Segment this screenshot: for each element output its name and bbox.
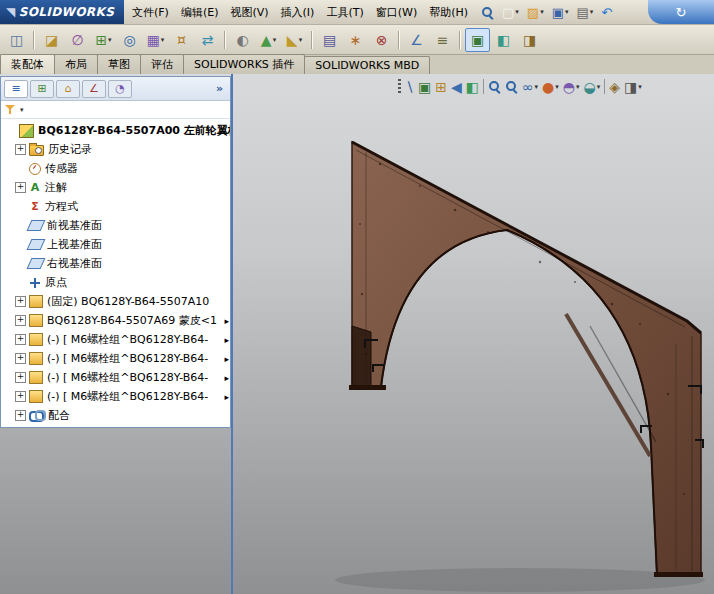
show-hidden-components-icon[interactable]: ◐ [230,28,255,52]
tree-item-history-folder[interactable]: +历史记录 [1,140,230,159]
show-hidden-components-icon-glyph: ◐ [236,32,248,48]
tree-item-component-m6-bolt-2[interactable]: +(-) [ M6螺栓组^BQ6128Y-B64-▸ [1,349,230,368]
propertymanager-tab[interactable]: ⊞ [30,80,54,98]
expand-plus-icon[interactable]: + [15,372,26,383]
tree-item-label: (-) [ M6螺栓组^BQ6128Y-B64- [47,389,208,404]
exploded-view-icon[interactable]: ∗ [343,28,368,52]
filter-funnel-icon[interactable] [5,105,16,115]
expand-plus-icon[interactable]: + [15,410,26,421]
insert-component-icon[interactable]: ⊞▾ [91,28,116,52]
previous-view-icon[interactable]: ◀ [451,80,462,94]
pan-icon[interactable] [505,80,518,93]
tree-item-component-5507a10[interactable]: +(固定) BQ6128Y-B64-5507A10 [1,292,230,311]
display-style-icon[interactable]: ◨▾ [624,80,642,94]
open-document-icon[interactable]: ▨▾ [524,4,547,21]
undo-icon[interactable]: ↶ [598,4,615,21]
menu-item-1[interactable]: 编辑(E) [175,2,225,23]
expand-plus-icon[interactable]: + [15,391,26,402]
dimxpertmanager-tab-glyph: ∠ [89,82,99,95]
zoom-to-fit-icon[interactable]: ▣ [465,28,490,52]
hide-show-items-icon[interactable]: ∞▾ [522,80,538,94]
move-component-icon[interactable]: ⇄ [195,28,220,52]
hud-drag-handle[interactable] [398,79,401,94]
expand-plus-icon[interactable]: + [15,182,26,193]
assembly-features-icon[interactable]: ▲▾ [256,28,281,52]
view-orientation-icon[interactable]: ◨ [517,28,542,52]
tree-item-front-plane[interactable]: 前视基准面 [1,216,230,235]
expand-plus-icon[interactable]: + [15,296,26,307]
display-style-icon-glyph: ◨ [624,80,637,94]
tree-item-origin[interactable]: 原点 [1,273,230,292]
interference-detection-icon-glyph: ⊗ [376,32,388,48]
menu-item-0[interactable]: 文件(F) [126,2,175,23]
expand-plus-icon[interactable]: + [15,144,26,155]
tree-item-assembly-root[interactable]: BQ6128Y-B64-5507A00 左前轮翼板 [1,121,230,140]
edit-component-icon[interactable]: ◪ [39,28,64,52]
tree-item-annotations-folder[interactable]: +A注解 [1,178,230,197]
zoom-fit-icon[interactable]: ▣ [418,80,431,94]
tree-item-label: BQ6128Y-B64-5507A00 左前轮翼板 [38,123,230,138]
tree-item-equations[interactable]: Σ方程式 [1,197,230,216]
chevron-right-icon[interactable]: » [212,82,227,95]
section-view-icon[interactable]: ◧ [491,28,516,52]
tree-item-component-m6-bolt-4[interactable]: +(-) [ M6螺栓组^BQ6128Y-B64-▸ [1,387,230,406]
display-pane-toggle-icon[interactable]: ◫ [4,28,29,52]
tree-item-sensors-folder[interactable]: 传感器 [1,159,230,178]
menu-item-2[interactable]: 视图(V) [224,2,274,23]
tab-4[interactable]: SOLIDWORKS 插件 [183,54,305,75]
menu-item-5[interactable]: 窗口(W) [370,2,423,23]
menu-item-6[interactable]: 帮助(H) [423,2,474,23]
tree-item-component-m6-bolt-3[interactable]: +(-) [ M6螺栓组^BQ6128Y-B64-▸ [1,368,230,387]
print-icon-glyph: ▤ [576,6,588,19]
save-icon-glyph: ▣ [552,6,564,19]
no-external-references-icon[interactable]: ∅ [65,28,90,52]
tree-item-component-skin-5507a69[interactable]: +BQ6128Y-B64-5507A69 蒙皮<1▸ [1,311,230,330]
view-settings-icon[interactable]: ◒▾ [584,80,601,94]
tab-0[interactable]: 装配体 [0,54,55,75]
panel-splitter[interactable] [231,74,233,594]
smart-fasteners-icon[interactable]: ¤ [169,28,194,52]
displaymanager-tab[interactable]: ◔ [108,80,132,98]
measure-icon[interactable]: ∠ [404,28,429,52]
tree-item-top-plane[interactable]: 上视基准面 [1,235,230,254]
new-document-icon[interactable]: ▢▾ [499,4,522,21]
tree-item-label: 传感器 [45,161,78,176]
dimxpertmanager-tab[interactable]: ∠ [82,80,106,98]
print-icon[interactable]: ▤▾ [573,4,596,21]
tree-item-right-plane[interactable]: 右视基准面 [1,254,230,273]
section-view-icon[interactable]: ◧ [466,80,479,94]
bill-of-materials-icon[interactable]: ▤ [317,28,342,52]
zoom-area-icon[interactable]: ⊞ [435,80,447,94]
tree-item-mates-folder[interactable]: +配合 [1,406,230,425]
search-icon[interactable] [478,4,497,21]
expand-plus-icon[interactable]: + [15,334,26,345]
tab-3[interactable]: 评估 [140,54,184,75]
tree-item-label: 配合 [48,408,70,423]
zoom-in-icon[interactable] [488,80,501,93]
interference-detection-icon[interactable]: ⊗ [369,28,394,52]
mass-properties-icon[interactable]: ≡ [430,28,455,52]
mate-icon[interactable]: ◎ [117,28,142,52]
expand-plus-icon[interactable]: + [15,353,26,364]
sw-resources-icon[interactable]: ↻ [676,5,687,20]
configurationmanager-tab[interactable]: ⌂ [56,80,80,98]
apply-scene-icon[interactable]: ◓▾ [563,80,580,94]
linear-component-pattern-icon[interactable]: ▦▾ [143,28,168,52]
view-orientation-icon-glyph: ◨ [523,32,536,48]
tree-item-component-m6-bolt-1[interactable]: +(-) [ M6螺栓组^BQ6128Y-B64-▸ [1,330,230,349]
featuremanager-tab[interactable]: ≡ [4,80,28,98]
toolbar-separator [459,31,461,49]
tab-1[interactable]: 布局 [54,54,98,75]
tab-5[interactable]: SOLIDWORKS MBD [304,56,430,75]
menu-item-4[interactable]: 工具(T) [320,2,369,23]
sketch-line-icon[interactable]: ∖ [405,80,414,94]
caret-down-icon: ▾ [161,36,165,44]
save-icon[interactable]: ▣▾ [549,4,572,21]
expand-plus-icon[interactable]: + [15,315,26,326]
reference-geometry-icon[interactable]: ◣▾ [282,28,307,52]
menu-item-3[interactable]: 插入(I) [275,2,321,23]
filter-caret-icon[interactable]: ▾ [20,106,24,114]
view-orientation-cube-icon[interactable]: ◈ [609,80,620,94]
tab-2[interactable]: 草图 [97,54,141,75]
edit-appearance-icon[interactable]: ●▾ [542,80,559,94]
